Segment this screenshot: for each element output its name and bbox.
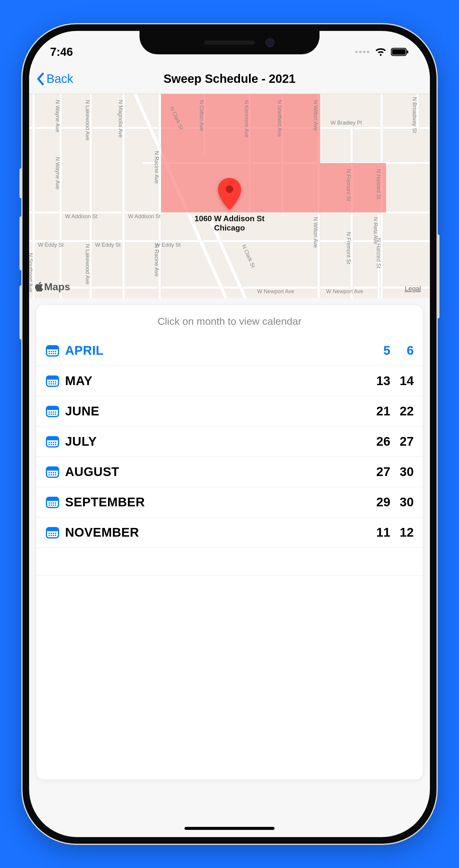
svg-rect-72 <box>53 535 54 536</box>
svg-rect-1 <box>392 49 405 55</box>
svg-rect-2 <box>407 51 408 53</box>
phone-frame: 7:46 Back Sweep Schedule <box>23 24 436 844</box>
street-label: N Southport Ave <box>29 253 34 292</box>
svg-rect-23 <box>55 383 56 384</box>
svg-rect-57 <box>51 502 52 504</box>
street-label: N Kenmore Ave <box>243 100 250 138</box>
svg-rect-59 <box>55 502 56 504</box>
month-name: JULY <box>65 434 372 449</box>
date-1: 11 <box>375 525 390 540</box>
wifi-icon <box>375 48 387 56</box>
svg-rect-30 <box>48 413 50 415</box>
street-label: N Lakewood Ave <box>84 100 91 141</box>
month-row-may[interactable]: MAY1314 <box>36 366 423 396</box>
date-1: 13 <box>375 374 390 388</box>
svg-rect-27 <box>51 411 52 413</box>
svg-rect-56 <box>48 502 50 504</box>
svg-rect-18 <box>53 381 54 382</box>
legal-link[interactable]: Legal <box>405 285 421 292</box>
date-1: 26 <box>375 434 390 449</box>
svg-rect-25 <box>46 406 59 410</box>
month-dates: 1314 <box>372 374 414 388</box>
road <box>350 127 353 298</box>
svg-rect-26 <box>48 411 50 413</box>
month-list: APRIL56MAY1314JUNE2122JULY2627AUGUST2730… <box>36 336 423 603</box>
date-1: 5 <box>375 343 390 358</box>
month-dates: 1112 <box>372 525 414 540</box>
svg-rect-66 <box>48 533 50 534</box>
speaker-grille <box>204 40 255 45</box>
month-row-august[interactable]: AUGUST2730 <box>36 457 423 487</box>
date-2: 30 <box>399 495 414 509</box>
street-label: N Lakewood Ave <box>84 244 91 284</box>
street-label: N Sheffield Ave <box>276 100 283 136</box>
schedule-card: Click on month to view calendar APRIL56M… <box>36 305 423 779</box>
back-button[interactable]: Back <box>35 72 73 86</box>
svg-rect-10 <box>48 353 50 354</box>
month-dates: 56 <box>372 343 414 358</box>
svg-rect-20 <box>48 383 50 384</box>
battery-icon <box>391 48 409 56</box>
svg-rect-7 <box>51 351 52 352</box>
svg-rect-68 <box>53 533 54 534</box>
calendar-icon <box>45 495 60 509</box>
month-name: NOVEMBER <box>65 525 372 540</box>
street-label: W Addison St <box>65 213 98 220</box>
street-label: W Addison St <box>128 213 161 220</box>
svg-rect-50 <box>48 474 50 475</box>
date-1: 29 <box>375 495 390 509</box>
street-label: N Fremont St <box>345 169 352 201</box>
svg-rect-58 <box>53 502 54 504</box>
svg-rect-33 <box>55 413 56 415</box>
street-label: N Fremont St <box>345 232 352 264</box>
svg-rect-53 <box>55 474 56 475</box>
month-row-july[interactable]: JULY2627 <box>36 427 423 457</box>
street-label: N Wayne Ave <box>54 100 61 132</box>
month-row-april[interactable]: APRIL56 <box>36 336 423 366</box>
empty-row <box>36 548 423 576</box>
svg-rect-48 <box>53 472 54 473</box>
street-label: W Eddy St <box>38 242 64 248</box>
calendar-icon <box>45 434 60 449</box>
map-pin-icon <box>216 178 243 212</box>
street-label: N Clark St <box>240 244 257 269</box>
pin-address-line1: 1060 W Addison St <box>194 214 264 223</box>
svg-rect-49 <box>55 472 56 473</box>
empty-row <box>36 576 423 603</box>
svg-rect-17 <box>51 381 52 382</box>
month-name: AUGUST <box>65 465 372 479</box>
svg-rect-42 <box>53 444 54 445</box>
month-row-november[interactable]: NOVEMBER1112 <box>36 518 423 548</box>
home-indicator[interactable] <box>185 827 274 830</box>
calendar-icon <box>45 374 60 388</box>
svg-rect-61 <box>51 504 52 506</box>
date-1: 27 <box>375 465 390 479</box>
date-2: 30 <box>399 465 414 479</box>
month-row-september[interactable]: SEPTEMBER2930 <box>36 487 423 518</box>
maps-attribution-label: Maps <box>44 281 70 292</box>
svg-rect-5 <box>46 346 59 349</box>
svg-rect-52 <box>53 474 54 475</box>
svg-rect-28 <box>53 411 54 413</box>
street-label: N Reta Ave <box>372 217 379 244</box>
street-label: N Racine Ave <box>153 151 160 184</box>
calendar-icon <box>45 343 60 358</box>
nav-bar: Back Sweep Schedule - 2021 <box>29 64 430 94</box>
month-name: MAY <box>65 374 372 388</box>
svg-rect-43 <box>55 444 56 445</box>
svg-rect-38 <box>53 442 54 443</box>
svg-rect-39 <box>55 442 56 443</box>
back-label: Back <box>46 72 73 86</box>
front-camera <box>265 38 274 47</box>
month-name: APRIL <box>65 343 372 358</box>
month-row-june[interactable]: JUNE2122 <box>36 396 423 427</box>
card-hint: Click on month to view calendar <box>36 305 423 336</box>
date-2: 6 <box>399 343 414 358</box>
svg-rect-6 <box>48 351 50 352</box>
svg-rect-11 <box>51 353 52 354</box>
date-2: 12 <box>399 525 414 540</box>
date-2: 27 <box>399 434 414 449</box>
street-label: W Newport Ave <box>257 288 294 295</box>
notch <box>139 31 320 54</box>
map-view[interactable]: W Bradley Pl W Addison St W Addison St W… <box>29 94 430 298</box>
